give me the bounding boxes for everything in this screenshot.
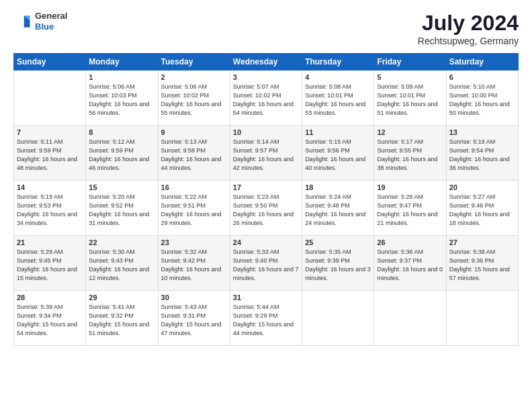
calendar-cell: 10Sunrise: 5:14 AM Sunset: 9:57 PM Dayli… — [230, 126, 302, 181]
calendar-cell: 31Sunrise: 5:44 AM Sunset: 9:29 PM Dayli… — [230, 291, 302, 346]
day-number: 21 — [17, 238, 83, 246]
calendar-cell: 1Sunrise: 5:06 AM Sunset: 10:03 PM Dayli… — [86, 71, 158, 126]
day-number: 18 — [305, 183, 371, 191]
day-number: 14 — [17, 183, 83, 191]
day-number: 5 — [377, 73, 443, 81]
calendar-cell: 24Sunrise: 5:33 AM Sunset: 9:40 PM Dayli… — [230, 236, 302, 291]
day-number: 31 — [233, 293, 299, 302]
calendar-week-row: 1Sunrise: 5:06 AM Sunset: 10:03 PM Dayli… — [14, 71, 519, 126]
day-info: Sunrise: 5:17 AM Sunset: 9:55 PM Dayligh… — [377, 138, 443, 173]
day-info: Sunrise: 5:30 AM Sunset: 9:43 PM Dayligh… — [89, 248, 154, 283]
day-number: 29 — [89, 293, 154, 302]
calendar-body: 1Sunrise: 5:06 AM Sunset: 10:03 PM Dayli… — [14, 71, 519, 346]
day-number: 6 — [449, 73, 515, 81]
day-number: 26 — [377, 238, 443, 246]
calendar-cell: 15Sunrise: 5:20 AM Sunset: 9:52 PM Dayli… — [86, 181, 158, 236]
day-number: 9 — [161, 128, 227, 136]
day-number: 2 — [161, 73, 227, 81]
day-info: Sunrise: 5:32 AM Sunset: 9:42 PM Dayligh… — [161, 248, 227, 283]
calendar-page: General Blue July 2024 Rechtsupweg, Germ… — [0, 0, 532, 354]
calendar-week-row: 7Sunrise: 5:11 AM Sunset: 9:59 PM Daylig… — [14, 126, 519, 181]
day-info: Sunrise: 5:29 AM Sunset: 9:45 PM Dayligh… — [17, 248, 83, 283]
day-number: 27 — [449, 238, 515, 246]
logo: General Blue — [13, 11, 67, 32]
day-number: 30 — [161, 293, 227, 302]
calendar-cell: 16Sunrise: 5:22 AM Sunset: 9:51 PM Dayli… — [158, 181, 230, 236]
calendar-cell: 3Sunrise: 5:07 AM Sunset: 10:02 PM Dayli… — [230, 71, 302, 126]
day-info: Sunrise: 5:13 AM Sunset: 9:58 PM Dayligh… — [161, 138, 227, 173]
day-info: Sunrise: 5:11 AM Sunset: 9:59 PM Dayligh… — [17, 138, 83, 173]
day-info: Sunrise: 5:41 AM Sunset: 9:32 PM Dayligh… — [89, 303, 154, 338]
calendar-cell — [14, 71, 86, 126]
day-info: Sunrise: 5:15 AM Sunset: 9:56 PM Dayligh… — [305, 138, 371, 173]
calendar-cell: 21Sunrise: 5:29 AM Sunset: 9:45 PM Dayli… — [14, 236, 86, 291]
day-info: Sunrise: 5:33 AM Sunset: 9:40 PM Dayligh… — [233, 248, 299, 283]
calendar-cell — [374, 291, 446, 346]
day-info: Sunrise: 5:43 AM Sunset: 9:31 PM Dayligh… — [161, 303, 227, 338]
location: Rechtsupweg, Germany — [418, 36, 519, 46]
logo-icon — [13, 12, 32, 31]
calendar-header: Sunday Monday Tuesday Wednesday Thursday… — [14, 54, 519, 71]
logo-general-text: General — [35, 11, 67, 21]
day-number: 11 — [305, 128, 371, 136]
day-info: Sunrise: 5:35 AM Sunset: 9:39 PM Dayligh… — [305, 248, 371, 283]
header-saturday: Saturday — [446, 54, 518, 71]
calendar-cell: 8Sunrise: 5:12 AM Sunset: 9:59 PM Daylig… — [86, 126, 158, 181]
day-info: Sunrise: 5:39 AM Sunset: 9:34 PM Dayligh… — [17, 303, 83, 338]
month-title: July 2024 — [418, 11, 519, 36]
header-monday: Monday — [86, 54, 158, 71]
header-tuesday: Tuesday — [158, 54, 230, 71]
day-info: Sunrise: 5:08 AM Sunset: 10:01 PM Daylig… — [305, 83, 371, 118]
calendar-cell: 22Sunrise: 5:30 AM Sunset: 9:43 PM Dayli… — [86, 236, 158, 291]
calendar-cell: 30Sunrise: 5:43 AM Sunset: 9:31 PM Dayli… — [158, 291, 230, 346]
calendar-cell: 7Sunrise: 5:11 AM Sunset: 9:59 PM Daylig… — [14, 126, 86, 181]
logo-text: General Blue — [35, 11, 67, 32]
calendar-cell — [302, 291, 374, 346]
day-info: Sunrise: 5:06 AM Sunset: 10:02 PM Daylig… — [161, 83, 227, 118]
calendar-cell: 6Sunrise: 5:10 AM Sunset: 10:00 PM Dayli… — [446, 71, 518, 126]
day-info: Sunrise: 5:36 AM Sunset: 9:37 PM Dayligh… — [377, 248, 443, 283]
day-info: Sunrise: 5:09 AM Sunset: 10:01 PM Daylig… — [377, 83, 443, 118]
calendar-cell: 14Sunrise: 5:19 AM Sunset: 9:53 PM Dayli… — [14, 181, 86, 236]
day-info: Sunrise: 5:44 AM Sunset: 9:29 PM Dayligh… — [233, 303, 299, 338]
calendar-cell: 28Sunrise: 5:39 AM Sunset: 9:34 PM Dayli… — [14, 291, 86, 346]
calendar-cell: 4Sunrise: 5:08 AM Sunset: 10:01 PM Dayli… — [302, 71, 374, 126]
calendar-cell: 23Sunrise: 5:32 AM Sunset: 9:42 PM Dayli… — [158, 236, 230, 291]
header-friday: Friday — [374, 54, 446, 71]
calendar-cell: 26Sunrise: 5:36 AM Sunset: 9:37 PM Dayli… — [374, 236, 446, 291]
calendar-cell: 18Sunrise: 5:24 AM Sunset: 9:48 PM Dayli… — [302, 181, 374, 236]
day-number: 12 — [377, 128, 443, 136]
logo-blue-text: Blue — [35, 21, 67, 32]
calendar-week-row: 28Sunrise: 5:39 AM Sunset: 9:34 PM Dayli… — [14, 291, 519, 346]
day-number: 8 — [89, 128, 154, 136]
day-info: Sunrise: 5:27 AM Sunset: 9:46 PM Dayligh… — [449, 193, 515, 228]
day-number: 1 — [89, 73, 154, 81]
calendar-cell: 12Sunrise: 5:17 AM Sunset: 9:55 PM Dayli… — [374, 126, 446, 181]
day-number: 23 — [161, 238, 227, 246]
day-info: Sunrise: 5:19 AM Sunset: 9:53 PM Dayligh… — [17, 193, 83, 228]
calendar-cell: 5Sunrise: 5:09 AM Sunset: 10:01 PM Dayli… — [374, 71, 446, 126]
day-info: Sunrise: 5:23 AM Sunset: 9:50 PM Dayligh… — [233, 193, 299, 228]
day-number: 10 — [233, 128, 299, 136]
day-info: Sunrise: 5:07 AM Sunset: 10:02 PM Daylig… — [233, 83, 299, 118]
day-number: 13 — [449, 128, 515, 136]
calendar-table: Sunday Monday Tuesday Wednesday Thursday… — [13, 53, 519, 346]
day-number: 20 — [449, 183, 515, 191]
day-number: 24 — [233, 238, 299, 246]
day-number: 22 — [89, 238, 154, 246]
header-sunday: Sunday — [14, 54, 86, 71]
day-info: Sunrise: 5:38 AM Sunset: 9:36 PM Dayligh… — [449, 248, 515, 283]
calendar-cell: 25Sunrise: 5:35 AM Sunset: 9:39 PM Dayli… — [302, 236, 374, 291]
calendar-cell: 19Sunrise: 5:26 AM Sunset: 9:47 PM Dayli… — [374, 181, 446, 236]
calendar-cell: 13Sunrise: 5:18 AM Sunset: 9:54 PM Dayli… — [446, 126, 518, 181]
day-number: 15 — [89, 183, 154, 191]
calendar-week-row: 14Sunrise: 5:19 AM Sunset: 9:53 PM Dayli… — [14, 181, 519, 236]
day-info: Sunrise: 5:06 AM Sunset: 10:03 PM Daylig… — [89, 83, 154, 118]
day-number: 28 — [17, 293, 83, 302]
day-info: Sunrise: 5:18 AM Sunset: 9:54 PM Dayligh… — [449, 138, 515, 173]
header: General Blue July 2024 Rechtsupweg, Germ… — [13, 11, 519, 46]
day-number: 3 — [233, 73, 299, 81]
day-info: Sunrise: 5:24 AM Sunset: 9:48 PM Dayligh… — [305, 193, 371, 228]
header-thursday: Thursday — [302, 54, 374, 71]
title-area: July 2024 Rechtsupweg, Germany — [418, 11, 519, 46]
